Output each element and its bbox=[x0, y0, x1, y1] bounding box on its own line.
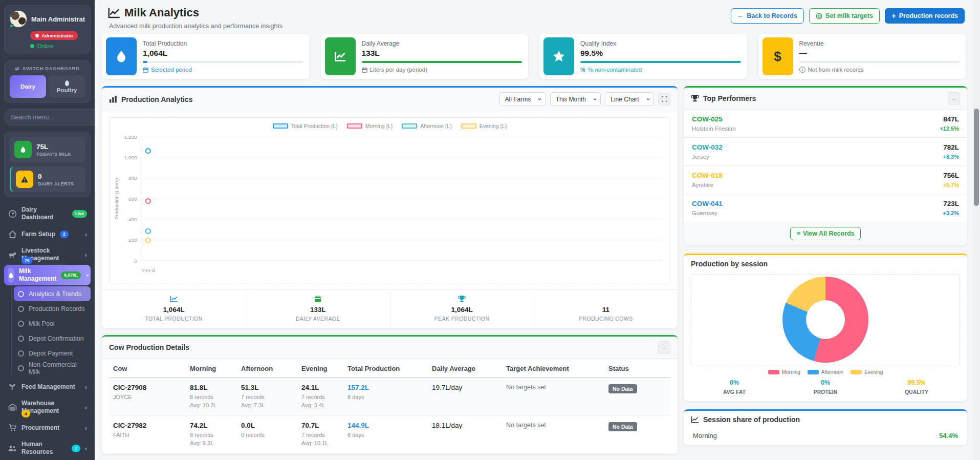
col-header-afternoon: Afternoon bbox=[237, 359, 297, 378]
chevron-left-icon: ‹ bbox=[85, 404, 87, 411]
user-card: Main Administrator Administrator Online bbox=[4, 5, 91, 54]
card-value: — bbox=[799, 49, 960, 58]
droplet-icon bbox=[106, 37, 137, 75]
set-milk-targets-button[interactable]: Set milk targets bbox=[809, 8, 880, 24]
chart-type-select[interactable]: Line Chart‹ bbox=[605, 92, 654, 106]
count-badge: 4 bbox=[21, 410, 30, 417]
period-filter-select[interactable]: This Month‹ bbox=[550, 92, 601, 106]
right-column: Top Performers – COW-025Holstein Friesia… bbox=[684, 86, 967, 454]
trophy-icon bbox=[394, 295, 531, 304]
page-subtitle: Advanced milk production analytics and p… bbox=[109, 23, 282, 30]
svg-text:1,200: 1,200 bbox=[124, 134, 137, 140]
sidebar-item-depot-payment[interactable]: Depot Payment bbox=[14, 346, 91, 361]
card-footer: Selected period bbox=[143, 67, 303, 73]
sidebar-item-milk-management[interactable]: Milk Management 6,070L ‹ bbox=[4, 265, 91, 285]
legend-swatch bbox=[768, 370, 779, 374]
switch-dashboard-label: ⇄ SWITCH DASHBOARD bbox=[10, 66, 85, 71]
dollar-icon: $ bbox=[763, 37, 793, 75]
cow-production-details-panel: Cow Production Details – Cow bbox=[102, 335, 678, 454]
session-stats-row: 0% AVG FAT 0% PROTEIN 99.5% QUALITY bbox=[684, 378, 967, 401]
milk-management-submenu: Analytics & Trends Production Records Mi… bbox=[11, 286, 91, 375]
droplet-icon bbox=[8, 267, 14, 283]
scrollbar-thumb[interactable] bbox=[974, 109, 979, 206]
sidebar-item-analytics-trends[interactable]: Analytics & Trends bbox=[14, 286, 91, 301]
chevron-left-icon: ‹ bbox=[85, 445, 87, 452]
sidebar-item-non-commercial-milk[interactable]: Non-Commercial Milk bbox=[14, 361, 91, 375]
collapse-button[interactable]: – bbox=[948, 92, 960, 104]
search-input[interactable] bbox=[4, 109, 95, 126]
performer-row[interactable]: COW-025Holstein Friesian 847L+12.5% bbox=[684, 110, 967, 138]
gauge-icon bbox=[8, 210, 17, 218]
chevron-left-icon: ‹ bbox=[85, 424, 87, 432]
sidebar-item-feed-management[interactable]: Feed Management ‹ bbox=[4, 377, 91, 397]
table-row[interactable]: CIC-27908JOYCE 81.8L8 recordsAvg: 10.2L … bbox=[109, 378, 670, 415]
people-icon bbox=[8, 445, 17, 452]
peak-production-summary: 1,064L PEAK PRODUCTION bbox=[390, 290, 534, 328]
arrow-left-icon: ← bbox=[737, 12, 744, 19]
farm-filter-select[interactable]: All Farms‹ bbox=[499, 92, 546, 106]
page-title: Milk Analytics bbox=[124, 6, 199, 19]
sidebar-item-human-resources[interactable]: Human Resources 7 ‹ bbox=[4, 438, 91, 458]
dashboard-toggle-dairy[interactable]: Dairy bbox=[10, 75, 46, 98]
sidebar-item-farm-setup[interactable]: Farm Setup 2 ‹ bbox=[4, 224, 91, 244]
legend-swatch bbox=[273, 123, 288, 129]
plant-icon bbox=[8, 383, 17, 391]
panel-title: Production Analytics bbox=[109, 95, 193, 103]
dairy-alerts-stat: 0 DAIRY ALERTS bbox=[10, 166, 85, 192]
avatar bbox=[10, 10, 27, 28]
droplet-icon bbox=[14, 141, 32, 158]
table-row[interactable]: CIC-27982FAITH 74.2L8 recordsAvg: 9.3L 0… bbox=[109, 415, 670, 453]
col-header-target: Target Achievement bbox=[502, 359, 604, 378]
svg-text:1,000: 1,000 bbox=[124, 155, 137, 160]
progress-bar bbox=[580, 61, 741, 63]
performer-row[interactable]: COW-032Jersey 782L+8.3% bbox=[684, 138, 967, 166]
left-column: Production Analytics All Farms‹ This Mon… bbox=[102, 86, 678, 454]
online-status: Online bbox=[37, 43, 54, 49]
target-icon bbox=[816, 13, 822, 19]
performer-row[interactable]: COW-018Ayrshire 756L+5.7% bbox=[684, 166, 967, 194]
sidebar-item-procurement[interactable]: Procurement ‹ bbox=[4, 417, 91, 438]
chart-line-icon bbox=[105, 295, 243, 304]
fullscreen-button[interactable] bbox=[658, 93, 670, 106]
card-value: 99.5% bbox=[580, 49, 741, 58]
todays-milk-stat: 75L TODAY'S MILK bbox=[10, 137, 85, 162]
sidebar-item-depot-confirmation[interactable]: Depot Confirmation bbox=[14, 331, 91, 346]
info-icon: i bbox=[799, 67, 805, 73]
sidebar-item-production-records[interactable]: Production Records bbox=[14, 301, 91, 316]
avg-fat-stat: 0% AVG FAT bbox=[689, 379, 780, 395]
col-header-evening: Evening bbox=[297, 359, 343, 378]
cow-production-table: Cow Morning Afternoon Evening Total Prod… bbox=[109, 359, 670, 454]
milk-total-badge: 6,070L bbox=[61, 271, 80, 279]
radio-circle-icon bbox=[18, 306, 24, 312]
count-badge: 7 bbox=[72, 445, 80, 452]
session-donut-chart[interactable] bbox=[782, 277, 868, 363]
card-footer: % % non-contaminated bbox=[580, 67, 741, 73]
production-records-button[interactable]: + Production records bbox=[885, 8, 965, 24]
chart-line-icon bbox=[108, 7, 120, 18]
donut-chart-container bbox=[691, 274, 960, 365]
window-scrollbar[interactable] bbox=[973, 0, 980, 460]
share-row: Morning 54.4% bbox=[684, 426, 967, 443]
panel-title: Cow Production Details bbox=[109, 343, 189, 351]
back-to-records-button[interactable]: ← Back to Records bbox=[731, 8, 804, 24]
dairy-alerts-value: 0 bbox=[38, 173, 74, 180]
sidebar-item-dairy-dashboard[interactable]: Dairy Dashboard Live bbox=[4, 203, 91, 224]
sidebar-item-warehouse-management[interactable]: Warehouse Management 4 ‹ bbox=[4, 397, 91, 417]
sidebar: Main Administrator Administrator Online … bbox=[0, 0, 95, 460]
percent-icon: % bbox=[580, 67, 585, 73]
sidebar-item-milk-pool[interactable]: Milk Pool bbox=[14, 316, 91, 331]
home-icon bbox=[8, 230, 17, 239]
card-title: Daily Average bbox=[362, 40, 522, 47]
count-badge: 29 bbox=[21, 257, 32, 264]
main-content: Milk Analytics Advanced milk production … bbox=[95, 0, 980, 460]
cart-icon bbox=[8, 424, 17, 432]
performer-row[interactable]: COW-041Guernsey 723L+3.2% bbox=[684, 194, 967, 222]
chevron-down-icon: ‹ bbox=[83, 274, 91, 276]
radio-circle-icon bbox=[18, 291, 24, 297]
line-chart[interactable]: 02004006008001,0001,200Production (Liter… bbox=[112, 130, 668, 282]
dashboard-toggle-poultry[interactable]: Poultry bbox=[49, 75, 85, 98]
sidebar-item-livestock-management[interactable]: Livestock Management 29 ‹ bbox=[4, 244, 91, 265]
view-all-records-button[interactable]: ≡ View All Records bbox=[790, 227, 860, 240]
collapse-button[interactable]: – bbox=[658, 341, 670, 353]
donut-legend: MorningAfternoonEvening bbox=[684, 369, 967, 375]
